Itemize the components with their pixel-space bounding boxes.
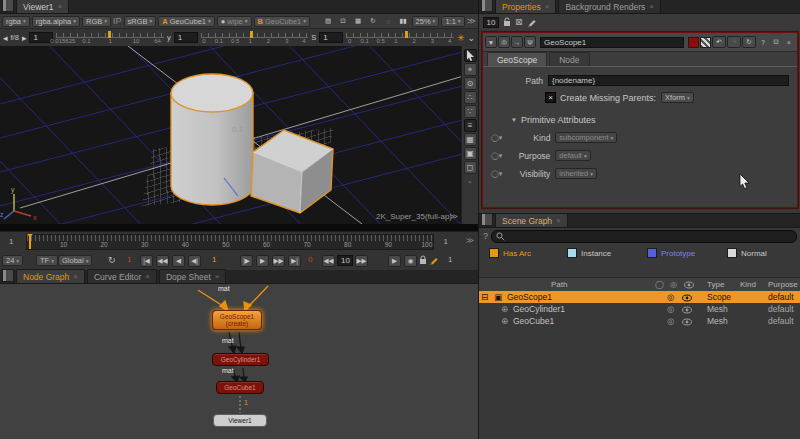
manage-knobs-icon[interactable]: Ψ	[524, 36, 536, 48]
render-visibility-icon[interactable]: ◎	[670, 280, 677, 289]
chevron-icon[interactable]: ≫	[450, 212, 458, 221]
tab-node[interactable]: Node	[549, 52, 589, 66]
animation-menu-icon[interactable]: ◯▾	[491, 152, 502, 160]
play-backward-button[interactable]: ◀	[172, 255, 185, 267]
in-point-value[interactable]: 1	[127, 255, 131, 264]
close-icon[interactable]: ×	[556, 217, 561, 225]
tab-node-graph[interactable]: Node Graph×	[16, 269, 85, 283]
section-triangle-icon[interactable]: ▼	[511, 117, 517, 123]
close-icon[interactable]: ×	[58, 3, 63, 11]
visibility-dropdown[interactable]: inherited▾	[555, 168, 597, 179]
scene-graph-row-geocube1[interactable]: ⊕ GeoCube1 ◎ Mesh default	[479, 315, 800, 327]
select-tool-icon[interactable]	[464, 49, 477, 62]
input-b-dropdown[interactable]: BGeoCube1▾	[254, 16, 310, 27]
select-column-icon[interactable]: ◯	[655, 280, 664, 289]
tab-scene-graph[interactable]: Scene Graph ×	[495, 213, 568, 227]
undo-icon[interactable]: ↶	[712, 36, 726, 48]
render-icon[interactable]: ◉	[404, 255, 417, 267]
scene-graph-row-geocylinder1[interactable]: ⊕ GeoCylinder1 ◎ Mesh default	[479, 303, 800, 315]
gamma-input[interactable]: 1	[174, 32, 198, 43]
tab-background-renders[interactable]: Background Renders×	[558, 0, 661, 13]
node-viewer1[interactable]: Viewer1	[213, 414, 267, 427]
saturation-input[interactable]: 1	[319, 32, 343, 43]
flipbook-play-icon[interactable]: ▶	[388, 255, 401, 267]
prev-keyframe-button[interactable]: ◀◀	[156, 255, 169, 267]
wipe-pattern-icon[interactable]: ▨	[322, 15, 335, 27]
viewer-3d-viewport[interactable]: 0.1 y x z 2K_Super_35(full-ap) ≫	[0, 46, 478, 224]
animation-menu-icon[interactable]: ◯▾	[491, 170, 502, 178]
render-visibility-icon[interactable]: ◎	[667, 292, 674, 302]
loop-mode-icon[interactable]: ↻	[108, 255, 116, 265]
list-view-icon[interactable]: ≡	[464, 119, 477, 132]
pause-icon[interactable]: ▮▮	[397, 15, 410, 27]
play-forward-button[interactable]: ▶	[256, 255, 269, 267]
close-icon[interactable]: ×	[545, 3, 550, 11]
checkerboard-icon[interactable]: ▦	[352, 15, 365, 27]
edit-icon[interactable]	[527, 17, 537, 27]
marquee-tool-icon[interactable]: ◻	[464, 161, 477, 174]
eye-icon[interactable]	[682, 292, 692, 302]
tab-viewer1[interactable]: Viewer1 ×	[16, 0, 69, 13]
saturation-slider[interactable]: 0 0.1 0.5 1 2 3 4	[346, 31, 454, 45]
close-icon[interactable]: ×	[215, 273, 220, 281]
column-type[interactable]: Type	[707, 280, 724, 289]
gain-next-icon[interactable]: ▸	[22, 33, 27, 43]
tab-geoscope[interactable]: GeoScope	[487, 52, 547, 66]
node-geocylinder1[interactable]: GeoCylinder1	[212, 353, 269, 366]
scene-hierarchy-icon[interactable]: ∴	[464, 91, 477, 104]
node-color-swatch[interactable]	[688, 37, 699, 48]
column-path[interactable]: Path	[551, 280, 567, 289]
thumbnail-view-icon[interactable]: ▣	[464, 147, 477, 160]
collapse-panel-icon[interactable]: ▼	[485, 36, 497, 48]
refresh-icon[interactable]: ↻	[367, 15, 380, 27]
node-geocube1[interactable]: GeoCube1	[216, 381, 264, 394]
mesh-node-icon[interactable]: ⊕	[501, 304, 508, 314]
collapse-toolbar-icon[interactable]: ≫	[467, 16, 476, 26]
snapshot-icon[interactable]: ✳	[457, 33, 465, 43]
revert-icon[interactable]: ↻	[742, 36, 756, 48]
viewer-process-dropdown[interactable]: sRGB▾	[124, 16, 157, 27]
redo-icon[interactable]: ↷	[727, 36, 741, 48]
eye-icon[interactable]	[682, 316, 692, 326]
frame-range-dropdown[interactable]: Global▾	[58, 255, 92, 266]
goto-start-button[interactable]: |◀	[140, 255, 153, 267]
current-frame-value[interactable]: 1	[212, 255, 216, 264]
step-forward-button[interactable]: |▶	[240, 255, 253, 267]
alpha-layer-dropdown[interactable]: rgba.alpha▾	[32, 16, 80, 27]
create-missing-parents-dropdown[interactable]: Xform▾	[661, 92, 694, 103]
animation-menu-icon[interactable]: ◯▾	[491, 134, 502, 142]
pane-menu-icon[interactable]	[2, 269, 14, 282]
grid-view-icon[interactable]: ▦	[464, 133, 477, 146]
center-node-icon[interactable]: ◎	[498, 36, 510, 48]
node-name-input[interactable]: GeoScope1	[540, 37, 684, 48]
render-visibility-icon[interactable]: ◎	[667, 304, 674, 314]
float-panel-icon[interactable]: ⊡	[770, 36, 782, 48]
tab-properties[interactable]: Properties×	[495, 0, 556, 13]
column-purpose[interactable]: Purpose	[768, 280, 798, 289]
column-kind[interactable]: Kind	[740, 280, 756, 289]
step-increment-button[interactable]: ▶▶	[355, 255, 368, 267]
range-source-dropdown[interactable]: TF▾	[36, 255, 58, 266]
gamma-slider[interactable]: 0 0.1 0.5 1 2 3 4	[201, 31, 309, 45]
lock-range-icon[interactable]	[419, 255, 427, 265]
proxy-dropdown[interactable]: 1:1▾	[441, 16, 464, 27]
input-process-toggle[interactable]: IP	[113, 16, 122, 26]
help-icon[interactable]: ?	[757, 36, 769, 48]
help-icon[interactable]: ?	[483, 231, 488, 241]
input-a-dropdown[interactable]: AGeoCube1▾	[158, 16, 214, 27]
zoom-dropdown[interactable]: 25%▾	[412, 16, 440, 27]
step-back-button[interactable]: ◀|	[188, 255, 201, 267]
eye-icon[interactable]	[684, 280, 694, 289]
lock-panels-icon[interactable]	[503, 17, 511, 27]
goto-end-button[interactable]: ▶|	[288, 255, 301, 267]
tab-dope-sheet[interactable]: Dope Sheet×	[159, 269, 227, 283]
layer-dropdown[interactable]: rgba▾	[2, 16, 30, 27]
chevron-down-icon[interactable]: ⌄	[467, 33, 475, 43]
gain-prev-icon[interactable]: ◂	[3, 33, 8, 43]
gl-color-swatch[interactable]	[700, 37, 711, 48]
step-decrement-button[interactable]: ◀◀	[322, 255, 335, 267]
node-geoscope1[interactable]: GeoScope1 (create)	[212, 310, 262, 330]
rotate-tool-icon[interactable]: ⊙	[464, 77, 477, 90]
pane-menu-icon[interactable]	[2, 0, 14, 12]
close-icon[interactable]: ×	[145, 273, 150, 281]
